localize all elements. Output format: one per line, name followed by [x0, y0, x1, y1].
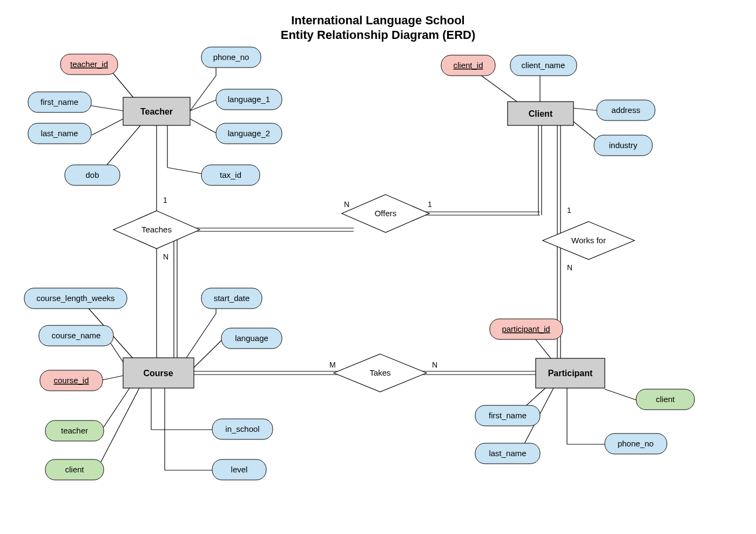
card-worksfor-n: N: [567, 263, 572, 272]
svg-text:course_length_weeks: course_length_weeks: [36, 293, 114, 303]
card-worksfor-1: 1: [567, 206, 571, 215]
svg-text:Client: Client: [529, 109, 553, 118]
card-offers-n: N: [344, 200, 349, 209]
svg-text:course_name: course_name: [52, 331, 101, 340]
attr-level: level: [212, 459, 266, 480]
rel-teaches: Teaches: [113, 211, 200, 249]
svg-text:industry: industry: [609, 141, 638, 150]
card-offers-1: 1: [428, 200, 432, 209]
rel-offers: Offers: [342, 195, 429, 232]
attr-teacher-fk: teacher: [45, 420, 104, 441]
rel-takes: Takes: [334, 354, 427, 392]
svg-line-1: [89, 105, 123, 111]
card-takes-n: N: [432, 361, 437, 369]
svg-text:tax_id: tax_id: [220, 170, 241, 179]
attr-phone-no: phone_no: [201, 47, 261, 68]
svg-text:teacher: teacher: [61, 426, 88, 435]
attr-client-name: client_name: [510, 55, 577, 76]
diagram-title-line2: Entity Relationship Diagram (ERD): [281, 28, 476, 42]
attr-course-name: course_name: [39, 325, 113, 346]
card-teacher-1: 1: [163, 196, 167, 204]
svg-text:teacher_id: teacher_id: [70, 59, 108, 69]
svg-text:first_name: first_name: [489, 411, 526, 420]
attr-participant-id: participant_id: [490, 319, 563, 339]
entity-participant: Participant: [536, 358, 605, 388]
svg-text:language_2: language_2: [228, 129, 270, 138]
attr-in-school: in_school: [212, 419, 273, 439]
svg-text:Takes: Takes: [369, 368, 390, 377]
svg-line-32: [186, 313, 216, 358]
svg-line-7: [190, 119, 216, 133]
svg-text:Offers: Offers: [375, 209, 397, 218]
attr-teacher-id: teacher_id: [60, 54, 118, 75]
svg-text:Course: Course: [143, 369, 173, 378]
attr-course-id: course_id: [40, 370, 103, 391]
svg-text:first_name: first_name: [40, 97, 78, 106]
attr-course-length-weeks: course_length_weeks: [24, 288, 127, 309]
attr-p-client-fk: client: [636, 389, 694, 410]
attr-language-1: language_1: [216, 89, 282, 110]
svg-text:last_name: last_name: [489, 449, 526, 458]
svg-text:Teaches: Teaches: [141, 225, 172, 234]
svg-line-30: [102, 388, 130, 430]
attr-industry: industry: [594, 135, 652, 156]
entity-course: Course: [123, 358, 194, 388]
attr-language: language: [221, 328, 282, 349]
svg-text:start_date: start_date: [214, 293, 250, 303]
svg-text:level: level: [231, 465, 248, 474]
svg-text:language_1: language_1: [228, 95, 270, 104]
svg-line-44: [605, 389, 636, 400]
svg-text:address: address: [611, 105, 640, 115]
svg-text:participant_id: participant_id: [502, 324, 550, 333]
svg-text:last_name: last_name: [40, 129, 78, 138]
attr-p-last-name: last_name: [475, 443, 540, 464]
svg-text:dob: dob: [85, 170, 99, 179]
svg-text:client_name: client_name: [522, 61, 565, 70]
erd-canvas: International Language School Entity Rel…: [0, 0, 756, 534]
svg-text:phone_no: phone_no: [618, 439, 654, 448]
attr-p-first-name: first_name: [475, 405, 540, 426]
diagram-title-line1: International Language School: [291, 14, 464, 27]
rel-works-for: Works for: [543, 222, 634, 259]
svg-text:client: client: [656, 395, 675, 404]
svg-text:language: language: [235, 333, 268, 343]
svg-text:course_id: course_id: [53, 376, 89, 385]
svg-text:client_id: client_id: [453, 61, 483, 70]
attr-last-name: last_name: [28, 123, 91, 144]
svg-text:client: client: [65, 465, 84, 474]
attr-client-fk: client: [45, 459, 104, 480]
card-takes-m: M: [329, 361, 336, 369]
attr-address: address: [597, 100, 655, 121]
attr-first-name: first_name: [28, 92, 91, 112]
card-course-n: N: [163, 252, 168, 261]
attr-dob: dob: [65, 165, 120, 185]
svg-text:in_school: in_school: [225, 424, 259, 433]
svg-text:Participant: Participant: [548, 369, 593, 378]
svg-text:Teacher: Teacher: [140, 107, 173, 116]
svg-text:Works for: Works for: [571, 236, 606, 245]
attr-client-id: client_id: [441, 55, 495, 76]
entity-teacher: Teacher: [123, 97, 190, 125]
attr-start-date: start_date: [201, 288, 262, 309]
svg-line-2: [92, 119, 123, 135]
svg-text:phone_no: phone_no: [213, 52, 249, 62]
attr-language-2: language_2: [216, 123, 282, 144]
attr-p-phone-no: phone_no: [605, 433, 667, 454]
entity-client: Client: [508, 102, 573, 125]
attr-tax-id: tax_id: [201, 165, 260, 185]
svg-line-34: [194, 338, 224, 368]
